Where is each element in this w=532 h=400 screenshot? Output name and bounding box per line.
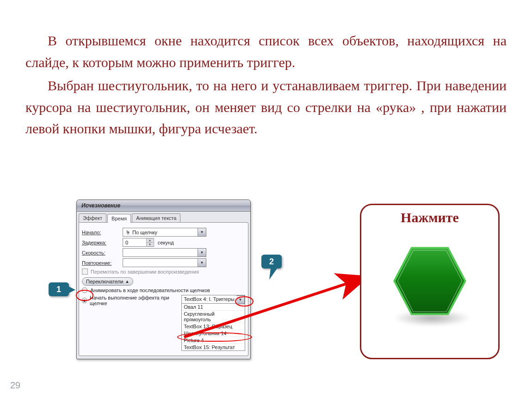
tab-effect[interactable]: Эффект	[79, 213, 106, 222]
click-panel: Нажмите	[360, 204, 500, 359]
start-dropdown-button[interactable]: ▼	[198, 228, 206, 237]
callout-2: 2	[261, 255, 282, 269]
speed-dropdown-button[interactable]: ▼	[198, 248, 206, 257]
speed-field[interactable]	[123, 248, 198, 257]
trigger-dropdown-button[interactable]: ▼	[236, 295, 245, 304]
hexagon-button[interactable]	[379, 230, 481, 332]
mouse-icon: 🖱	[125, 230, 130, 235]
toggles-button[interactable]: Переключатели▲	[82, 277, 133, 286]
click-caption: Нажмите	[401, 210, 459, 225]
trigger-dropdown-list[interactable]: Овал 11 Скругленный прямоуголь TextBox 1…	[181, 304, 245, 351]
dialog-title: Исчезновение	[77, 200, 250, 212]
hexagon-icon	[390, 242, 469, 320]
radio-sequence[interactable]: Анимировать в ходе последовательности ще…	[82, 288, 245, 293]
label-delay: Задержка:	[82, 240, 119, 245]
list-item[interactable]: Скругленный прямоуголь	[182, 310, 245, 323]
paragraph-2: Выбран шестиугольник, то на него и устан…	[25, 75, 507, 140]
radio-icon	[82, 288, 87, 293]
body-text: В открывшемся окне находится список всех…	[25, 30, 507, 142]
rewind-checkbox[interactable]: Перемотать по завершении воспроизведения	[82, 269, 245, 275]
presentation-slide: В открывшемся окне находится список всех…	[0, 0, 532, 400]
list-item[interactable]: Овал 11	[182, 304, 245, 310]
trigger-selected-value: TextBox 4: I. Триггеры	[182, 295, 236, 303]
radio-icon-selected	[82, 298, 87, 303]
tab-time[interactable]: Время	[107, 214, 131, 223]
delay-field[interactable]: 0 ▲▼	[123, 238, 154, 247]
label-seconds: секунд	[158, 240, 174, 245]
list-item[interactable]: Picture 4	[182, 337, 245, 344]
page-number: 29	[10, 380, 20, 391]
list-item[interactable]: TextBox 13: Образец	[182, 323, 245, 330]
checkbox-icon	[82, 269, 88, 275]
paragraph-1: В открывшемся окне находится список всех…	[25, 30, 507, 73]
callout-1: 1	[49, 282, 69, 296]
tab-text-anim[interactable]: Анимация текста	[132, 213, 180, 222]
label-speed: Скорость:	[82, 250, 119, 256]
list-item[interactable]: Шестиугольник 14	[182, 330, 245, 337]
radio-on-click[interactable]: Начать выполнение эффекта при щелчке	[82, 295, 179, 306]
label-start: Начало:	[82, 230, 119, 235]
svg-marker-1	[395, 248, 465, 314]
dialog-body: Начало: 🖱По щелчку ▼ Задержка: 0 ▲▼ секу…	[79, 222, 248, 356]
trigger-object-dropdown[interactable]: TextBox 4: I. Триггеры ▼ Овал 11 Скругле…	[181, 295, 245, 351]
label-repeat: Повторение:	[82, 260, 119, 266]
effect-dialog: Исчезновение Эффект Время Анимация текст…	[76, 200, 251, 359]
repeat-field[interactable]	[123, 258, 198, 267]
delay-spinner[interactable]: ▲▼	[146, 238, 153, 246]
list-item[interactable]: TextBox 15: Результат	[182, 344, 245, 350]
start-field[interactable]: 🖱По щелчку	[123, 228, 198, 237]
tab-bar: Эффект Время Анимация текста	[77, 212, 250, 222]
repeat-dropdown-button[interactable]: ▼	[198, 258, 206, 267]
